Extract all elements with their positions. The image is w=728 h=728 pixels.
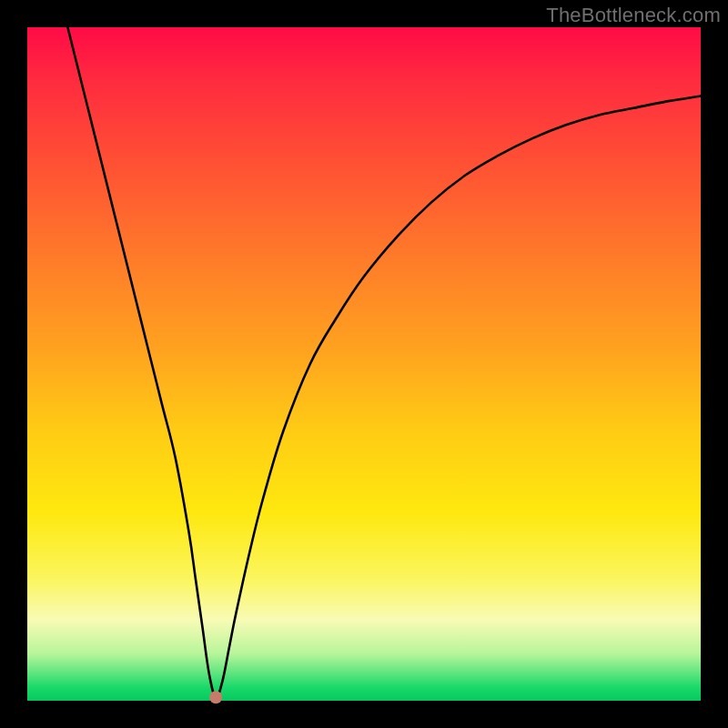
minimum-marker	[209, 691, 222, 703]
chart-frame: TheBottleneck.com	[0, 0, 728, 728]
bottleneck-curve	[67, 27, 701, 697]
watermark-text: TheBottleneck.com	[546, 4, 721, 27]
chart-svg	[27, 27, 701, 701]
plot-area	[27, 27, 701, 701]
